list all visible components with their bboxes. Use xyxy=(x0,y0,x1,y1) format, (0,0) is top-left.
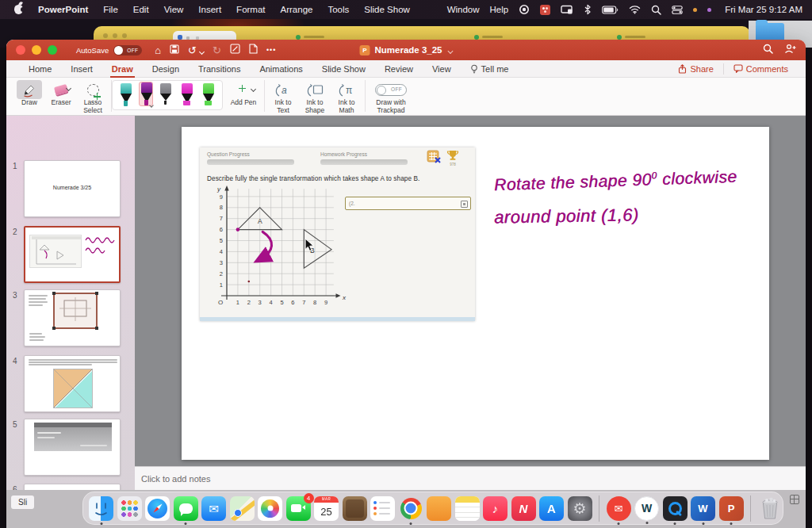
menu-item-tools[interactable]: Tools xyxy=(327,5,349,14)
eraser-tool-button[interactable]: Eraser xyxy=(48,80,75,107)
document-title[interactable]: Numerade 3_25 xyxy=(374,45,442,55)
maps-icon[interactable] xyxy=(230,496,255,521)
battery-icon[interactable] xyxy=(602,6,619,14)
photos-icon[interactable] xyxy=(258,496,282,521)
comments-button[interactable]: Comments xyxy=(724,64,798,74)
ink-to-text-button[interactable]: a Ink to Text xyxy=(270,80,297,115)
tab-insert[interactable]: Insert xyxy=(61,60,102,78)
tab-animations[interactable]: Animations xyxy=(250,60,312,78)
slide-thumbnail-1[interactable]: Numerade 3/25 xyxy=(24,160,121,217)
reminders-icon[interactable] xyxy=(370,496,395,521)
pen-annotate-icon[interactable] xyxy=(230,44,240,56)
spotlight-search-icon[interactable] xyxy=(651,5,661,15)
menu-item-file[interactable]: File xyxy=(103,5,118,14)
tab-slide-show[interactable]: Slide Show xyxy=(312,60,375,78)
menu-item-arrange[interactable]: Arrange xyxy=(281,5,313,14)
menu-item-view[interactable]: View xyxy=(164,5,184,14)
chrome-icon[interactable] xyxy=(399,496,423,521)
tab-transitions[interactable]: Transitions xyxy=(189,60,250,78)
bluetooth-icon[interactable] xyxy=(584,4,592,15)
tab-review[interactable]: Review xyxy=(375,60,423,78)
slide-thumbnail-2-selected[interactable] xyxy=(24,226,121,283)
notes-pane[interactable]: Click to add notes xyxy=(135,466,806,490)
facetime-icon[interactable]: 4 xyxy=(286,496,311,521)
control-center-icon[interactable] xyxy=(672,6,683,14)
trash-icon[interactable] xyxy=(758,496,783,521)
messages-icon[interactable] xyxy=(174,496,198,521)
gmail-icon[interactable]: ✉ xyxy=(607,496,631,521)
minimize-window-button[interactable] xyxy=(32,45,41,55)
apple-menu-icon[interactable] xyxy=(14,5,23,14)
answer-input[interactable]: (2. xyxy=(345,197,471,210)
calendar-icon[interactable]: MAR 25 xyxy=(314,496,339,521)
system-settings-icon[interactable]: ⚙ xyxy=(568,496,592,521)
menu-item-edit[interactable]: Edit xyxy=(133,5,149,14)
search-icon[interactable] xyxy=(763,43,773,57)
highlighter-green[interactable] xyxy=(201,83,216,108)
display-icon[interactable] xyxy=(561,5,573,15)
calculator-icon[interactable] xyxy=(427,150,442,166)
home-icon[interactable]: ⌂ xyxy=(155,45,161,55)
brown-app-icon[interactable] xyxy=(343,496,367,521)
mail-icon[interactable]: ✉ xyxy=(201,496,226,521)
redo-icon[interactable]: ↻ xyxy=(213,45,221,55)
draw-with-trackpad-toggle[interactable]: OFF Draw with Trackpad xyxy=(370,80,412,115)
finder-icon[interactable] xyxy=(89,496,113,521)
news-icon[interactable]: N xyxy=(511,496,536,521)
lasso-select-button[interactable]: Lasso Select xyxy=(79,80,106,115)
ink-to-shape-button[interactable]: Ink to Shape xyxy=(301,80,328,115)
music-icon[interactable]: ♪ xyxy=(483,496,508,521)
menu-item-slide-show[interactable]: Slide Show xyxy=(364,5,410,14)
powerpoint-dock-icon[interactable]: P xyxy=(719,496,744,521)
menubar-app-icon[interactable] xyxy=(540,5,550,15)
highlighter-magenta[interactable] xyxy=(180,83,194,108)
autosave-toggle[interactable]: OFF xyxy=(113,45,142,55)
launchpad-icon[interactable] xyxy=(117,496,142,521)
title-dropdown-icon[interactable] xyxy=(447,48,453,53)
view-grid-icon[interactable] xyxy=(790,495,799,504)
slide-thumbnail-5[interactable] xyxy=(24,419,121,476)
safari-icon[interactable] xyxy=(145,496,170,521)
tab-tell-me[interactable]: Tell me xyxy=(461,60,519,78)
menu-app-name[interactable]: PowerPoint xyxy=(38,5,88,14)
ink-to-math-button[interactable]: π Ink to Math xyxy=(333,80,360,115)
new-slide-icon[interactable] xyxy=(249,44,258,56)
share-presence-icon[interactable] xyxy=(784,43,796,57)
quicktime-icon[interactable] xyxy=(663,496,688,521)
wifi-icon[interactable] xyxy=(629,5,641,14)
svg-text:2: 2 xyxy=(220,270,223,277)
tab-design[interactable]: Design xyxy=(143,60,189,78)
menu-item-window[interactable]: Window xyxy=(447,5,480,14)
tab-home[interactable]: Home xyxy=(19,60,61,78)
slide-thumbnail-3[interactable] xyxy=(24,289,121,346)
question-image[interactable]: Question Progress Homework Progress 978 … xyxy=(200,147,475,321)
current-slide[interactable]: Question Progress Homework Progress 978 … xyxy=(182,127,769,460)
add-pen-button[interactable]: Add Pen xyxy=(228,80,259,107)
menu-item-help[interactable]: Help xyxy=(490,5,509,14)
pen-teal[interactable] xyxy=(119,83,133,108)
w-app-icon[interactable]: W xyxy=(634,496,659,521)
more-commands-icon[interactable]: ••• xyxy=(266,46,276,54)
tab-draw[interactable]: Draw xyxy=(102,60,143,78)
zoom-window-button[interactable] xyxy=(48,45,57,55)
undo-icon[interactable]: ↺ xyxy=(188,45,197,55)
pen-purple-selected[interactable] xyxy=(139,82,153,106)
screen-record-icon[interactable] xyxy=(519,4,530,15)
pencil-gray[interactable] xyxy=(159,83,173,108)
save-icon[interactable] xyxy=(170,44,179,56)
menubar-clock[interactable]: Fri Mar 25 9:12 AM xyxy=(725,5,802,14)
notes-app-icon[interactable] xyxy=(455,496,480,521)
undo-dropdown-icon[interactable] xyxy=(199,48,205,54)
share-button[interactable]: Share xyxy=(668,64,722,74)
app-store-icon[interactable]: A xyxy=(539,496,564,521)
word-icon[interactable]: W xyxy=(691,496,715,521)
svg-text:6: 6 xyxy=(220,226,223,233)
tab-view[interactable]: View xyxy=(423,60,461,78)
draw-tool-button[interactable]: Draw xyxy=(16,80,43,107)
keyboard-icon[interactable] xyxy=(461,201,468,208)
close-window-button[interactable] xyxy=(16,45,25,55)
menu-item-insert[interactable]: Insert xyxy=(198,5,221,14)
menu-item-format[interactable]: Format xyxy=(236,5,265,14)
orange-app-icon[interactable] xyxy=(427,496,451,521)
slide-thumbnail-4[interactable] xyxy=(24,355,121,412)
